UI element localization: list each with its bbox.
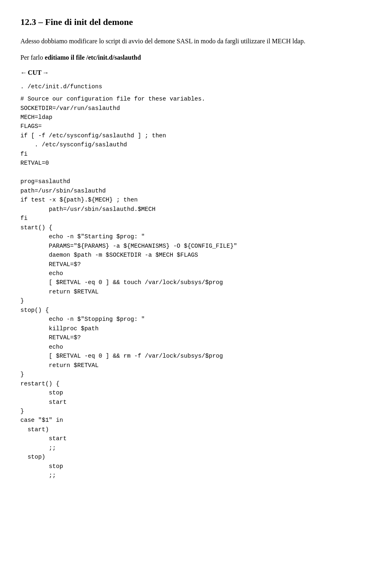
code-line: echo -n $"Starting $prog: "	[20, 232, 372, 241]
code-line: echo	[20, 269, 372, 278]
code-line: SOCKETDIR=/var/run/saslauthd	[20, 104, 372, 113]
code-line: start	[20, 398, 372, 407]
cut-arrow-right: →	[42, 69, 49, 76]
code-line: return $RETVAL	[20, 287, 372, 296]
code-line: start	[20, 434, 372, 443]
code-line: echo -n $"Stopping $prog: "	[20, 315, 372, 324]
code-line: start() {	[20, 223, 372, 232]
code-line: fi	[20, 150, 372, 159]
cut-label: CUT	[28, 69, 42, 76]
code-line: }	[20, 407, 372, 416]
section-title: 12.3 – Fine di init del demone	[20, 16, 372, 28]
code-line: prog=saslauthd	[20, 177, 372, 186]
code-line: return $RETVAL	[20, 361, 372, 370]
code-line: ;;	[20, 471, 372, 480]
code-line: PARAMS="${PARAMS} -a ${MECHANISMS} -O ${…	[20, 242, 372, 251]
code-line: daemon $path -m $SOCKETDIR -a $MECH $FLA…	[20, 251, 372, 260]
code-line: if [ -f /etc/sysconfig/saslauthd ] ; the…	[20, 131, 372, 140]
code-line: stop)	[20, 452, 372, 461]
code-line: RETVAL=$?	[20, 333, 372, 342]
edit-prefix: Per farlo	[20, 54, 45, 61]
code-line: path=/usr/sbin/saslauthd.$MECH	[20, 205, 372, 214]
code-line: }	[20, 370, 372, 379]
code-line	[20, 168, 372, 177]
code-line: FLAGS=	[20, 122, 372, 131]
code-line: ;;	[20, 443, 372, 452]
code-comment: # Source our configuration file for thes…	[20, 94, 372, 103]
edit-bold: editiamo il file /etc/init.d/saslauthd	[45, 54, 141, 61]
code-line: RETVAL=$?	[20, 260, 372, 269]
dotfile-line: . /etc/init.d/functions	[20, 82, 372, 91]
intro-paragraph: Adesso dobbiamo modificare lo script di …	[20, 36, 372, 46]
code-line: killproc $path	[20, 324, 372, 333]
code-line: path=/usr/sbin/saslauthd	[20, 186, 372, 195]
code-line: if test -x ${path}.${MECH} ; then	[20, 195, 372, 204]
code-line: start)	[20, 425, 372, 434]
code-line: fi	[20, 214, 372, 223]
code-line: stop	[20, 388, 372, 397]
intro-text-content: Adesso dobbiamo modificare lo script di …	[20, 38, 305, 45]
code-line: echo	[20, 343, 372, 352]
code-line: [ $RETVAL -eq 0 ] && rm -f /var/lock/sub…	[20, 352, 372, 361]
code-line: stop	[20, 462, 372, 471]
code-line: stop() {	[20, 306, 372, 315]
cut-marker: ←CUT→	[20, 69, 372, 76]
code-line: }	[20, 296, 372, 305]
code-line: restart() {	[20, 379, 372, 388]
code-line: RETVAL=0	[20, 159, 372, 168]
code-line: MECH=ldap	[20, 113, 372, 122]
code-line: . /etc/sysconfig/saslauthd	[20, 140, 372, 149]
cut-arrow-left: ←	[20, 69, 27, 76]
page-content: 12.3 – Fine di init del demone Adesso do…	[20, 16, 372, 480]
code-block-main: SOCKETDIR=/var/run/saslauthdMECH=ldapFLA…	[20, 104, 372, 480]
code-line: case "$1" in	[20, 416, 372, 425]
code-line: [ $RETVAL -eq 0 ] && touch /var/lock/sub…	[20, 278, 372, 287]
edit-instruction: Per farlo editiamo il file /etc/init.d/s…	[20, 53, 372, 63]
